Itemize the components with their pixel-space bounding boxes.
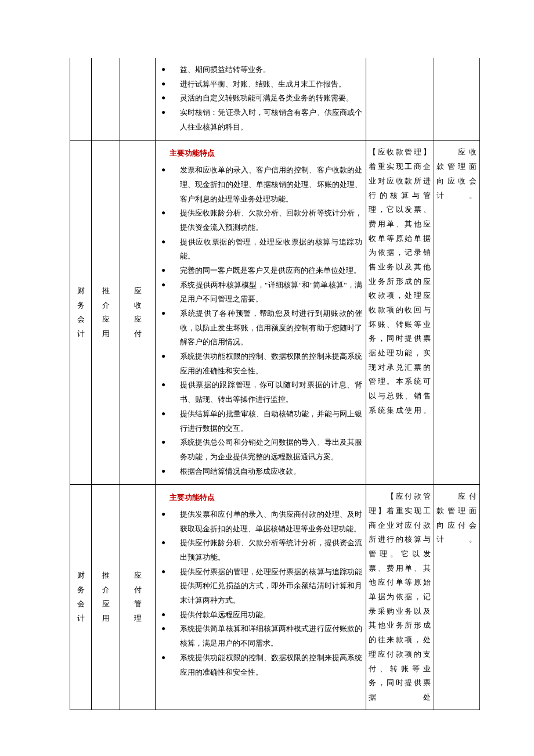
main-table: 益、期间损益结转等业务。进行试算平衡、对账、结账、生成月末工作报告。灵活的自定义… [70,58,480,710]
cell-audience: 应收款管理面向应收会计。 [434,141,480,485]
cell-description: 【应收款管理】着重实现工商企业对应收款所进行的核算与管理，它以发票、费用单、其他… [366,141,434,485]
feature-item: 进行试算平衡、对账、结账、生成月末工作报告。 [159,77,362,92]
feature-item: 系统提供了各种预警，帮助您及时进行到期账款的催收，以防止发生坏账，信用额度的控制… [159,307,362,350]
features-header: 主要功能特点 [169,146,362,161]
feature-item: 提供应付票据的管理，处理应付票据的核算与追踪功能提供两种汇兑损益的方式，即外币余… [159,565,362,608]
cell-description [366,58,434,141]
feature-item: 提供发票和应付单的录入、向供应商付款的处理、及时获取现金折扣的处理、单据核销处理… [159,507,362,536]
table-row: 益、期间损益结转等业务。进行试算平衡、对账、结账、生成月末工作报告。灵活的自定义… [70,58,480,141]
col5-body: 着重实现工商企业对应收款所进行的核算与管理，它以发票、费用单、其他应收单等原始单… [369,162,431,415]
cell-description: 【应付款管理】着重实现工商企业对应付款所进行的核算与管理。它以发票、费用单、其他… [366,485,434,710]
col6-body: 款管理面向应付会计。 [436,506,477,543]
feature-item: 提供票据的跟踪管理，你可以随时对票据的计息、背书、贴现、转出等操作进行监控。 [159,378,362,406]
cell-scope: 推介应用 [92,141,120,485]
feature-item: 提供应付账龄分析、欠款分析等统计分析，提供资金流出预算功能。 [159,536,362,564]
cell-category: 财务会计 [70,485,92,710]
feature-item: 系统提供功能权限的控制、数据权限的控制来提高系统应用的准确性和安全性。 [159,651,362,679]
cell-module [120,58,156,141]
cell-scope [92,58,120,141]
cell-module: 应收应付 [120,141,156,485]
feature-item: 发票和应收单的录入、客户信用的控制、客户收款的处理、现金折扣的处理、单据核销的处… [159,163,362,206]
cell-features: 主要功能特点 发票和应收单的录入、客户信用的控制、客户收款的处理、现金折扣的处理… [156,141,366,485]
cell-audience [434,58,480,141]
table-row: 财务会计 推介应用 应收应付 主要功能特点 发票和应收单的录入、客户信用的控制、… [70,141,480,485]
col5-body: 管理】着重实现工商企业对应付款所进行的核算与管理。它以发票、费用单、其他应付单等… [369,492,431,701]
cell-category: 财务会计 [70,141,92,485]
feature-item: 灵活的自定义转账功能可满足各类业务的转账需要。 [159,91,362,106]
features-header: 主要功能特点 [169,491,362,505]
cell-scope: 推介应用 [92,485,120,710]
feature-item: 完善的同一客户既是客户又是供应商的往来单位处理。 [159,264,362,278]
cell-features: 益、期间损益结转等业务。进行试算平衡、对账、结账、生成月末工作报告。灵活的自定义… [156,58,366,141]
feature-item: 实时核销：凭证录入时，可核销含有客户、供应商或个人往业核算的科目。 [159,106,362,134]
col6-body: 款管理面向应收会计。 [436,162,477,199]
feature-item: 益、期间损益结转等业务。 [159,63,362,77]
feature-item: 提供付款单远程应用功能。 [159,608,362,622]
feature-item: 系统提供两种核算模型，"详细核算"和"简单核算"，满足用户不同管理之需要。 [159,278,362,307]
col6-lead: 应付 [436,492,477,501]
feature-item: 系统提供简单核算和详细核算两种模式进行应付账款的核算，满足用户的不同需求。 [159,622,362,650]
col5-lead: 【应收款管理】 [369,147,431,156]
col6-lead: 应收 [436,147,477,156]
feature-item: 提供结算单的批量审核、自动核销功能，并能与网上银行进行数据的交互。 [159,407,362,435]
feature-item: 系统提供总公司和分销处之间数据的导入、导出及其服务功能，为企业提供完整的远程数据… [159,435,362,464]
cell-features: 主要功能特点 提供发票和应付单的录入、向供应商付款的处理、及时获取现金折扣的处理… [156,485,366,710]
feature-item: 系统提供功能权限的控制、数据权限的控制来提高系统应用的准确性和安全性。 [159,350,362,378]
feature-item: 提供应收票据的管理，处理应收票据的核算与追踪功能。 [159,235,362,264]
cell-module: 应付管理 [120,485,156,710]
col5-lead: 【应付款 [369,492,423,501]
feature-item: 提供应收账龄分析、欠款分析、回款分析等统计分析，提供资金流入预测功能。 [159,206,362,235]
cell-audience: 应付款管理面向应付会计。 [434,485,480,710]
cell-category [70,58,92,141]
feature-item: 根据合同结算情况自动形成应收款。 [159,465,362,479]
table-row: 财务会计 推介应用 应付管理 主要功能特点 提供发票和应付单的录入、向供应商付款… [70,485,480,710]
